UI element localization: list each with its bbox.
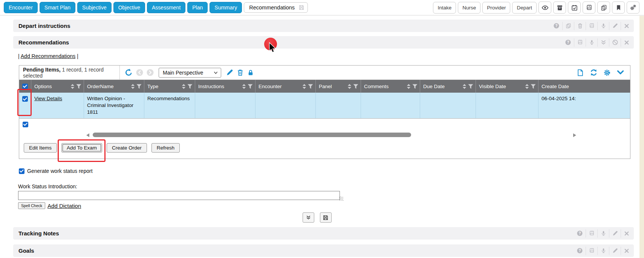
save-panel-button[interactable] — [320, 212, 332, 223]
column-header-ordername[interactable]: OrderName — [84, 80, 144, 93]
close-icon[interactable] — [621, 247, 632, 255]
help-icon[interactable] — [562, 38, 574, 47]
column-header-create-date[interactable]: Create Date — [538, 80, 630, 93]
sort-icon[interactable] — [347, 84, 352, 89]
close-icon[interactable] — [621, 38, 632, 47]
help-icon[interactable] — [551, 22, 562, 30]
filter-icon[interactable] — [187, 84, 193, 89]
column-header-type[interactable]: Type — [144, 80, 195, 93]
pencil-icon[interactable] — [609, 229, 621, 238]
filter-icon[interactable] — [248, 84, 253, 89]
copy-button[interactable] — [597, 2, 610, 14]
pencil-icon[interactable] — [609, 247, 621, 255]
help-icon[interactable] — [574, 229, 586, 238]
filter-icon[interactable] — [136, 84, 142, 89]
select-all-checkbox[interactable] — [23, 122, 28, 127]
column-header-panel[interactable]: Panel — [316, 80, 361, 93]
nurse-button[interactable]: Nurse — [458, 2, 480, 14]
edit-items-button[interactable]: Edit Items — [24, 143, 57, 153]
header-checkbox[interactable] — [22, 84, 28, 89]
new-document-icon[interactable] — [577, 69, 584, 76]
spell-check-button[interactable]: Spell Check — [18, 202, 45, 209]
row-checkbox[interactable] — [22, 96, 28, 102]
column-header-encounter[interactable]: Encounter — [255, 80, 316, 93]
collapse-grid-chevron-icon[interactable] — [616, 69, 624, 76]
undo-icon[interactable] — [125, 69, 133, 76]
nav-tab-summary[interactable]: Summary — [210, 2, 242, 13]
table-row[interactable]: View Details Written Opinion - Criminal … — [19, 93, 630, 119]
nav-tab-recommendations-active[interactable]: Recommendations — [244, 2, 308, 13]
archive-button[interactable] — [553, 2, 566, 14]
nav-tab-smart-plan[interactable]: Smart Plan — [40, 2, 75, 13]
refresh-button[interactable]: Refresh — [151, 143, 180, 153]
trash-icon[interactable] — [574, 22, 586, 30]
column-header-due-date[interactable]: Due Date — [420, 80, 476, 93]
disable-icon[interactable] — [609, 38, 621, 47]
nav-tab-assessment[interactable]: Assessment — [147, 2, 185, 13]
sort-icon[interactable] — [525, 84, 529, 89]
horizontal-scrollbar[interactable] — [86, 133, 576, 138]
microphone-icon[interactable] — [586, 38, 597, 47]
next-perspective-icon[interactable] — [147, 69, 154, 76]
edit-perspective-pencil-icon[interactable] — [226, 69, 233, 76]
book-icon[interactable] — [574, 38, 586, 47]
sort-icon[interactable] — [70, 84, 75, 89]
scroll-left-arrow-icon[interactable] — [86, 133, 89, 137]
column-header-comments[interactable]: Comments — [361, 80, 420, 93]
book-icon[interactable] — [586, 229, 597, 238]
microphone-icon[interactable] — [597, 229, 609, 238]
add-dictation-link[interactable]: Add Dictation — [47, 203, 81, 209]
depart-button[interactable]: Depart — [512, 2, 537, 14]
nav-tab-objective[interactable]: Objective — [113, 2, 145, 13]
lock-icon[interactable] — [247, 69, 254, 76]
microphone-icon[interactable] — [597, 22, 609, 30]
bookmark-button[interactable] — [612, 2, 625, 14]
create-order-button[interactable]: Create Order — [107, 143, 147, 153]
nav-tab-encounter[interactable]: Encounter — [4, 2, 38, 13]
collapse-panel-button[interactable] — [303, 212, 314, 223]
resize-grip-icon[interactable] — [339, 197, 343, 201]
book-button[interactable] — [583, 2, 595, 14]
filter-icon[interactable] — [412, 84, 418, 89]
microphone-icon[interactable] — [597, 247, 609, 255]
column-header-instructions[interactable]: Instructions — [195, 80, 255, 93]
scroll-right-arrow-icon[interactable] — [573, 133, 576, 137]
sort-icon[interactable] — [242, 84, 246, 89]
close-icon[interactable] — [621, 229, 632, 238]
perspective-select[interactable]: Main Perspective — [159, 68, 221, 78]
nav-tab-subjective[interactable]: Subjective — [77, 2, 112, 13]
calendar-button[interactable] — [568, 2, 581, 14]
work-status-textarea[interactable] — [18, 191, 340, 200]
filter-icon[interactable] — [531, 84, 536, 89]
nav-tab-plan[interactable]: Plan — [187, 2, 208, 13]
delete-perspective-trash-icon[interactable] — [237, 69, 244, 76]
sort-icon[interactable] — [462, 84, 467, 89]
filter-icon[interactable] — [76, 84, 81, 89]
filter-icon[interactable] — [468, 84, 473, 89]
filter-icon[interactable] — [308, 84, 313, 89]
eye-button[interactable] — [538, 2, 551, 14]
intake-button[interactable]: Intake — [433, 2, 456, 14]
add-recommendations-link[interactable]: Add Recommendations — [21, 53, 76, 59]
refresh-icon[interactable] — [590, 69, 598, 76]
scrollbar-thumb[interactable] — [93, 133, 411, 137]
sort-icon[interactable] — [182, 84, 186, 89]
pencil-icon[interactable] — [609, 22, 621, 30]
column-header-options[interactable]: Options — [31, 80, 84, 93]
sort-icon[interactable] — [302, 84, 306, 89]
collapse-icon[interactable] — [597, 38, 609, 47]
column-header-visible-date[interactable]: Visible Date — [476, 80, 538, 93]
book-icon[interactable] — [586, 22, 597, 30]
previous-perspective-icon[interactable] — [136, 69, 143, 76]
close-icon[interactable] — [621, 22, 632, 30]
provider-button[interactable]: Provider — [482, 2, 510, 14]
sort-icon[interactable] — [407, 84, 411, 89]
sort-icon[interactable] — [131, 84, 135, 89]
copy-icon[interactable] — [562, 22, 574, 30]
settings-button[interactable] — [627, 2, 639, 14]
view-details-link[interactable]: View Details — [34, 96, 62, 101]
add-to-exam-button[interactable]: Add To Exam — [61, 143, 102, 153]
help-icon[interactable] — [574, 247, 586, 255]
gear-icon[interactable] — [603, 69, 611, 76]
generate-report-checkbox[interactable] — [19, 168, 24, 174]
